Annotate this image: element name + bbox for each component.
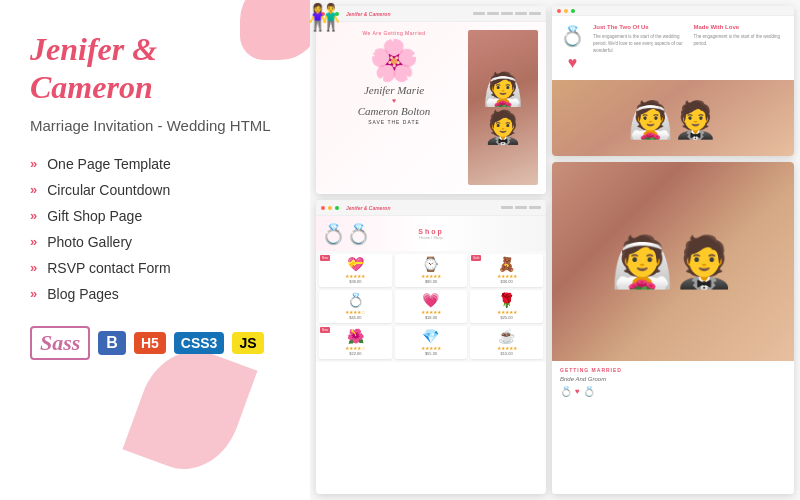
badge-css3: CSS3 bbox=[174, 332, 225, 354]
rose-decoration: 🌸 bbox=[324, 40, 464, 80]
feature-item-2: » Circular Countdown bbox=[30, 182, 280, 198]
shop-badge-1: New bbox=[320, 255, 330, 261]
topbar-nav-shop bbox=[501, 206, 541, 209]
text-just-two: The engagement is the start of the weddi… bbox=[593, 33, 686, 55]
shop-price-7: $22.00 bbox=[322, 351, 389, 356]
feature-item-4: » Photo Gallery bbox=[30, 234, 280, 250]
dot-green-shop bbox=[335, 206, 339, 210]
shop-item-6: 🌹 ★★★★★ $25.00 bbox=[470, 290, 543, 323]
text-made-love: The engagement is the start of the weddi… bbox=[694, 33, 787, 47]
shop-badge-7: New bbox=[320, 327, 330, 333]
shop-item-img-4: 💍 bbox=[322, 293, 389, 307]
couple-large-emoji: 👰🤵 bbox=[611, 233, 735, 291]
feature-item-1: » One Page Template bbox=[30, 156, 280, 172]
topbar-brand: Jenifer & Cameron bbox=[346, 11, 390, 17]
shop-item-img-5: 💗 bbox=[398, 293, 465, 307]
nav-item bbox=[473, 12, 485, 15]
arrow-icon-2: » bbox=[30, 182, 37, 197]
shop-title: Shop bbox=[418, 228, 444, 235]
wedding-hero: We Are Getting Married 🌸 Jenifer Marie ♥… bbox=[316, 22, 546, 193]
topbar-nav bbox=[473, 12, 541, 15]
feature-label-2: Circular Countdown bbox=[47, 182, 170, 198]
couple-icon: 👫 bbox=[308, 2, 340, 33]
wedding-photo: 👰🤵 bbox=[468, 30, 538, 185]
shop-item-img-8: 💎 bbox=[398, 329, 465, 343]
heart-icon: ♥ bbox=[568, 54, 578, 72]
wedding-mockup: Jenifer & Cameron We Are Getting Married bbox=[316, 6, 546, 194]
text-blocks: Just The Two Of Us The engagement is the… bbox=[593, 24, 786, 72]
text-block-right: Made With Love The engagement is the sta… bbox=[694, 24, 787, 72]
shop-price-3: $30.00 bbox=[473, 279, 540, 284]
couple-photo-placeholder: 👰🤵 bbox=[468, 30, 538, 185]
shop-item-img-9: ☕ bbox=[473, 329, 540, 343]
shop-price-8: $55.00 bbox=[398, 351, 465, 356]
heart-divider: ♥ bbox=[324, 97, 464, 104]
nav-item bbox=[487, 12, 499, 15]
shop-item-1: New 💝 ★★★★★ $36.00 bbox=[319, 254, 392, 287]
feature-item-6: » Blog Pages bbox=[30, 286, 280, 302]
mockup-topbar-side bbox=[552, 6, 794, 16]
shop-price-2: $90.00 bbox=[398, 279, 465, 284]
nav-item-shop bbox=[515, 206, 527, 209]
shop-item-img-1: 💝 bbox=[322, 257, 389, 271]
heading-just-two: Just The Two Of Us bbox=[593, 24, 686, 30]
arrow-icon-6: » bbox=[30, 286, 37, 301]
heart-small: ♥ bbox=[575, 387, 580, 396]
shop-item-7: New 🌺 ★★★★☆ $22.00 bbox=[319, 326, 392, 359]
shop-hero: 💍💍 Shop Home / Shop bbox=[316, 216, 546, 251]
couple-large-mockup: 👰🤵 GETTING MARRIED Bride And Groom 💍 ♥ 💍 bbox=[552, 162, 794, 494]
shop-price-5: $18.00 bbox=[398, 315, 465, 320]
dot-red-shop bbox=[321, 206, 325, 210]
left-panel: Jenifer & Cameron 👫 Marriage Invitation … bbox=[0, 0, 310, 500]
feature-label-1: One Page Template bbox=[47, 156, 171, 172]
arrow-icon-1: » bbox=[30, 156, 37, 171]
shop-title-area: Shop Home / Shop bbox=[418, 228, 444, 240]
shop-item-img-2: ⌚ bbox=[398, 257, 465, 271]
nav-item bbox=[515, 12, 527, 15]
shop-item-2: ⌚ ★★★★★ $90.00 bbox=[395, 254, 468, 287]
mockup-topbar-wedding: Jenifer & Cameron bbox=[316, 6, 546, 22]
side-couple-photo: 👰🤵 bbox=[552, 80, 794, 156]
dot-g-side bbox=[571, 9, 575, 13]
feature-label-4: Photo Gallery bbox=[47, 234, 132, 250]
rings-hero: 💍💍 bbox=[321, 222, 371, 246]
getting-married-text: We Are Getting Married bbox=[324, 30, 464, 36]
mockup-topbar-shop: Jenifer & Cameron bbox=[316, 200, 546, 216]
feature-label-3: Gift Shop Page bbox=[47, 208, 142, 224]
right-panel: Jenifer & Cameron We Are Getting Married bbox=[310, 0, 800, 500]
shop-price-6: $25.00 bbox=[473, 315, 540, 320]
badge-bootstrap: B bbox=[98, 331, 126, 355]
ring-icons-col: 💍 ♥ bbox=[560, 24, 585, 72]
shop-breadcrumb: Home / Shop bbox=[418, 235, 444, 240]
badge-html5: H5 bbox=[134, 332, 166, 354]
shop-item-4: 💍 ★★★★☆ $45.00 bbox=[319, 290, 392, 323]
arrow-icon-3: » bbox=[30, 208, 37, 223]
topbar-brand-shop: Jenifer & Cameron bbox=[346, 205, 390, 211]
heading-made-love: Made With Love bbox=[694, 24, 787, 30]
shop-price-4: $45.00 bbox=[322, 315, 389, 320]
couple-names-label: Bride And Groom bbox=[560, 376, 786, 382]
wedding-photo-inner: 👰🤵 bbox=[468, 30, 538, 185]
shop-item-img-3: 🧸 bbox=[473, 257, 540, 271]
side-content: 💍 ♥ Just The Two Of Us The engagement is… bbox=[552, 16, 794, 80]
shop-item-3: Sale 🧸 ★★★★★ $30.00 bbox=[470, 254, 543, 287]
couple-text-overlay: GETTING MARRIED Bride And Groom 💍 ♥ 💍 bbox=[552, 361, 794, 494]
shop-price-9: $15.00 bbox=[473, 351, 540, 356]
shop-item-9: ☕ ★★★★★ $15.00 bbox=[470, 326, 543, 359]
couple-large-photo: 👰🤵 bbox=[552, 162, 794, 361]
dot-yellow-shop bbox=[328, 206, 332, 210]
shop-badge-3: Sale bbox=[471, 255, 481, 261]
ring-small-1: 💍 bbox=[560, 386, 572, 397]
getting-married-label: GETTING MARRIED bbox=[560, 367, 786, 373]
ring-icon-left: 💍 bbox=[560, 24, 585, 48]
text-block-left: Just The Two Of Us The engagement is the… bbox=[593, 24, 686, 72]
feature-label-6: Blog Pages bbox=[47, 286, 119, 302]
nav-item bbox=[501, 12, 513, 15]
screenshot-col-left: Jenifer & Cameron We Are Getting Married bbox=[316, 6, 546, 494]
badge-sass: Sass bbox=[30, 326, 90, 360]
dot-y-side bbox=[564, 9, 568, 13]
groom-name: Cameron Bolton bbox=[324, 105, 464, 117]
features-list: » One Page Template » Circular Countdown… bbox=[30, 156, 280, 302]
shop-mockup: Jenifer & Cameron 💍💍 Shop Home / Shop bbox=[316, 200, 546, 494]
dot-r-side bbox=[557, 9, 561, 13]
